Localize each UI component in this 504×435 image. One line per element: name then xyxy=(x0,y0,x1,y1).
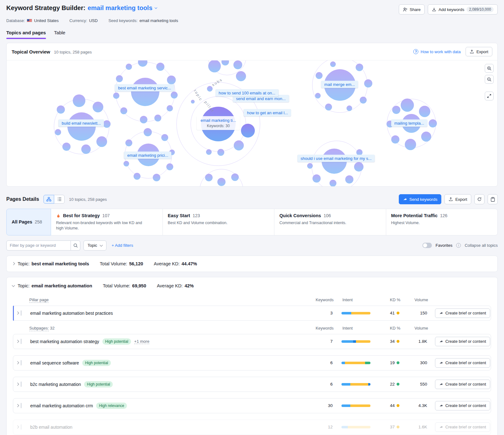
keyword-chip[interactable]: email marketing prici... xyxy=(124,152,171,159)
topic-bubble[interactable] xyxy=(360,97,367,104)
topic-bubble[interactable] xyxy=(345,175,353,184)
keyword-chip[interactable]: mailing templa... xyxy=(391,120,427,127)
list-view-toggle[interactable] xyxy=(54,195,65,204)
create-brief-button[interactable]: Create brief or content xyxy=(435,380,490,389)
export-pages-button[interactable]: Export xyxy=(444,194,471,204)
keyword-chip[interactable]: best email marketing servic... xyxy=(115,84,174,92)
topic-bubble[interactable] xyxy=(103,120,111,128)
export-chart-button[interactable]: Export xyxy=(466,47,492,56)
zoom-out-button[interactable] xyxy=(485,75,494,84)
create-brief-button[interactable]: Create brief or content xyxy=(435,337,490,346)
row-checkbox[interactable] xyxy=(21,424,21,430)
pillar-keyword-chip[interactable]: email marketing ti... Keywords: 30 xyxy=(197,116,240,130)
keyword-chip[interactable]: should i use email marketing for my s... xyxy=(297,155,375,162)
topic-header[interactable]: Topic: best email marketing tools Total … xyxy=(7,256,497,272)
topic-bubble[interactable] xyxy=(241,124,255,138)
topic-bubble[interactable] xyxy=(57,105,65,114)
collapse-all-topics-link[interactable]: Collapse all topics xyxy=(465,243,498,248)
clipboard-button[interactable] xyxy=(488,194,498,204)
topic-bubble[interactable] xyxy=(231,173,239,181)
filter-tab[interactable]: More Potential Traffic 126 Highest Volum… xyxy=(386,209,498,235)
topic-bubble[interactable] xyxy=(206,149,212,155)
topic-bubble[interactable] xyxy=(233,60,242,69)
refresh-button[interactable] xyxy=(474,194,484,204)
keyword-chip[interactable]: how to get an email l... xyxy=(244,109,291,116)
topic-bubble[interactable] xyxy=(405,139,416,150)
more-badges-link[interactable]: +1 more xyxy=(134,339,149,344)
create-brief-button[interactable]: Create brief or content xyxy=(435,422,490,432)
topic-bubble[interactable] xyxy=(167,105,173,111)
fit-view-button[interactable] xyxy=(485,92,494,100)
how-to-work-link[interactable]: ? How to work with data xyxy=(413,49,461,54)
topic-bubble[interactable] xyxy=(167,76,176,84)
topic-bubble[interactable] xyxy=(207,86,213,92)
create-brief-button[interactable]: Create brief or content xyxy=(435,401,490,410)
project-selector[interactable]: email marketing tools xyxy=(88,4,157,12)
tree-view-toggle[interactable] xyxy=(43,195,54,204)
share-button[interactable]: Share xyxy=(399,4,425,14)
topic-bubble[interactable] xyxy=(126,64,132,70)
bubble-chart[interactable]: substopicpillarbest email marketing serv… xyxy=(7,60,497,186)
zoom-in-button[interactable] xyxy=(485,64,494,73)
chevron-right-icon[interactable] xyxy=(16,404,19,407)
topic-bubble[interactable] xyxy=(191,100,195,104)
create-brief-button[interactable]: Create brief or content xyxy=(435,308,490,318)
page-title[interactable]: email sequence software xyxy=(30,360,79,365)
topic-bubble[interactable] xyxy=(316,72,323,79)
info-icon[interactable]: i xyxy=(456,243,461,248)
favorites-toggle[interactable] xyxy=(422,243,432,248)
chevron-right-icon[interactable] xyxy=(16,312,19,315)
create-brief-button[interactable]: Create brief or content xyxy=(435,358,490,368)
page-title[interactable]: b2b email automation xyxy=(30,425,72,430)
filter-input[interactable] xyxy=(6,240,71,251)
row-checkbox[interactable] xyxy=(21,360,21,365)
filter-tab[interactable]: Best for Strategy 107 Relevant non-brand… xyxy=(51,209,163,235)
topic-bubble[interactable] xyxy=(55,129,61,135)
filter-tab[interactable]: Easy Start 123 Best KD and Volume combin… xyxy=(163,209,275,235)
topic-bubble[interactable] xyxy=(217,149,224,156)
topic-bubble[interactable] xyxy=(113,93,119,99)
keyword-chip[interactable]: mail merge em... xyxy=(321,81,358,88)
topic-bubble[interactable] xyxy=(73,94,85,107)
topic-bubble[interactable] xyxy=(421,132,431,142)
topic-bubble[interactable] xyxy=(161,134,168,141)
topic-bubble[interactable] xyxy=(312,174,321,183)
topic-bubble[interactable] xyxy=(419,106,430,117)
topic-bubble[interactable] xyxy=(205,174,213,181)
row-checkbox[interactable] xyxy=(21,310,21,316)
topic-bubble[interactable] xyxy=(125,139,132,146)
topic-bubble[interactable] xyxy=(123,161,129,167)
topic-bubble[interactable] xyxy=(153,174,160,181)
topic-bubble[interactable] xyxy=(354,162,364,172)
topic-bubble[interactable] xyxy=(166,163,173,170)
topic-bubble[interactable] xyxy=(96,136,107,147)
chevron-right-icon[interactable] xyxy=(16,361,19,364)
filter-tab[interactable]: Quick Conversions 106 Commercial and Tra… xyxy=(274,209,386,235)
add-filters-link[interactable]: + Add filters xyxy=(112,243,133,248)
topic-bubble[interactable] xyxy=(131,78,159,106)
topic-bubble[interactable] xyxy=(154,115,161,121)
topic-bubble[interactable] xyxy=(116,75,123,82)
topic-bubble[interactable] xyxy=(330,61,336,67)
chevron-right-icon[interactable] xyxy=(16,383,19,386)
filter-tab[interactable]: All Pages 258 xyxy=(6,209,51,235)
topic-bubble[interactable] xyxy=(429,119,437,127)
topic-bubble[interactable] xyxy=(81,144,91,154)
tab-table[interactable]: Table xyxy=(54,30,66,39)
row-checkbox[interactable] xyxy=(21,381,21,387)
chevron-right-icon[interactable] xyxy=(16,340,19,343)
page-title[interactable]: best marketing automation strategy xyxy=(30,339,99,344)
topic-bubble[interactable] xyxy=(217,178,226,186)
add-keywords-button[interactable]: Add keywords 2,089/10,000 xyxy=(428,4,498,14)
topic-bubble[interactable] xyxy=(120,107,127,114)
topic-bubble[interactable] xyxy=(329,180,336,186)
topic-bubble[interactable] xyxy=(93,102,103,112)
row-checkbox[interactable] xyxy=(21,339,21,344)
topic-bubble[interactable] xyxy=(401,99,414,112)
topic-bubble[interactable] xyxy=(140,116,147,123)
topic-bubble[interactable] xyxy=(392,106,400,114)
topic-bubble[interactable] xyxy=(315,93,321,99)
chevron-right-icon[interactable] xyxy=(16,426,19,429)
row-checkbox[interactable] xyxy=(21,403,21,408)
topic-filter-dropdown[interactable]: Topic xyxy=(83,240,106,251)
